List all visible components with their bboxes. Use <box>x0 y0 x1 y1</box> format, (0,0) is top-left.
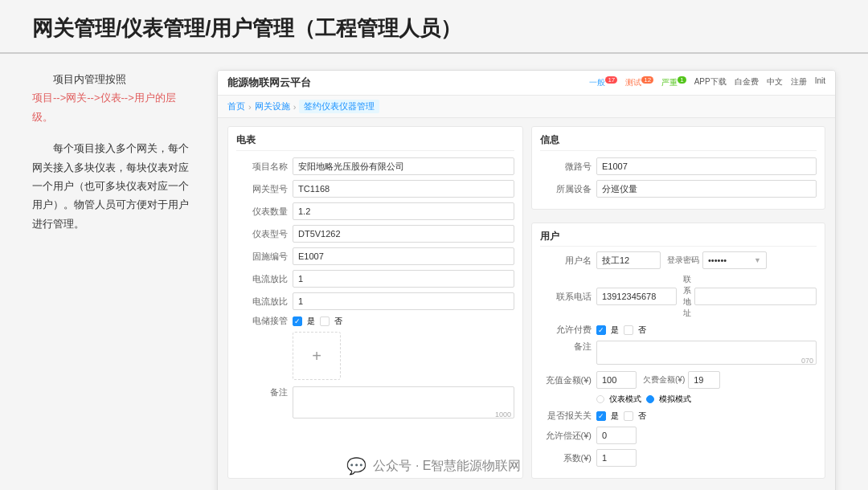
label-phone: 联系电话 <box>540 291 596 303</box>
image-upload-area: + <box>236 332 514 380</box>
checkbox-pay-no[interactable] <box>624 325 633 335</box>
label-pay-yes: 是 <box>611 325 619 336</box>
right-column: 信息 微路号 所属设备 用户 <box>531 126 825 485</box>
remark-max-chars: 070 <box>801 357 813 365</box>
label-project-name: 项目名称 <box>236 161 293 173</box>
field-recharge: 充值金额(¥) 欠费金额(¥) <box>540 371 817 389</box>
label-arrears: 欠费金额(¥) <box>643 374 685 386</box>
info-panel: 信息 微路号 所属设备 <box>531 126 825 210</box>
page-container: 网关管理/仪表管理/用户管理（工程管理人员） 项目内管理按照 项目-->网关--… <box>0 0 868 490</box>
field-fixed-no: 固施编号 <box>236 247 514 265</box>
field-is-customs: 是否报关关 ✓ 是 否 <box>540 410 817 422</box>
app-topbar: 能源物联网云平台 一般17 测试12 严重1 APP下载 白金费 中文 注册 I… <box>218 71 835 96</box>
page-watermark: 💬 公众号 · E智慧能源物联网 <box>0 456 868 476</box>
app-body: 电表 项目名称 网关型号 仪表数量 <box>218 118 835 490</box>
left-panel: 项目内管理按照 项目-->网关-->仪表-->用户的层级。 每个项目接入多个网关… <box>32 70 193 490</box>
input-project-name[interactable] <box>293 157 514 175</box>
nav-link-3[interactable]: 严重1 <box>661 76 686 88</box>
nav-link-app[interactable]: APP下载 <box>694 76 727 88</box>
field-deduct-mode: 仪表模式 模拟模式 <box>540 394 817 405</box>
label-fixed-no: 固施编号 <box>236 251 293 263</box>
input-username[interactable] <box>596 251 661 269</box>
nav-link-lang[interactable]: 中文 <box>767 76 783 88</box>
field-phone: 联系电话 联系地址 <box>540 274 817 319</box>
field-allow-repay: 允许偿还(¥) <box>540 427 817 444</box>
field-meter-model: 仪表型号 <box>236 225 514 243</box>
field-device: 所属设备 <box>540 180 817 198</box>
meter-panel: 电表 项目名称 网关型号 仪表数量 <box>227 126 523 479</box>
form-row-main: 电表 项目名称 网关型号 仪表数量 <box>227 126 825 485</box>
textarea-note[interactable] <box>293 386 514 419</box>
app-title: 能源物联网云平台 <box>227 76 311 90</box>
field-username: 用户名 登录密码 •••••• ▼ <box>540 251 817 269</box>
select-password[interactable]: •••••• ▼ <box>702 251 767 269</box>
label-address: 联系地址 <box>683 274 691 319</box>
input-recharge[interactable] <box>596 371 637 389</box>
field-current-ratio1: 电流放比 <box>236 270 514 288</box>
label-micro-path: 微路号 <box>540 161 596 173</box>
label-meter-mode: 仪表模式 <box>609 394 641 405</box>
label-storage-pipe: 电储接管 <box>236 315 293 327</box>
label-note: 备注 <box>236 386 293 398</box>
input-meter-model[interactable] <box>293 225 514 243</box>
main-content: 项目内管理按照 项目-->网关-->仪表-->用户的层级。 每个项目接入多个网关… <box>0 54 868 490</box>
field-meter-qty: 仪表数量 <box>236 202 514 220</box>
watermark-text: 公众号 · E智慧能源物联网 <box>373 458 521 475</box>
breadcrumb-sep-1: › <box>248 102 252 112</box>
input-meter-qty[interactable] <box>293 202 514 220</box>
checkbox-storage-b[interactable] <box>320 316 330 326</box>
radio-meter-mode[interactable] <box>596 395 604 403</box>
input-gateway-model[interactable] <box>293 180 514 198</box>
breadcrumb-sep-2: › <box>293 102 297 112</box>
input-arrears[interactable] <box>688 371 720 389</box>
input-fixed-no[interactable] <box>293 247 514 265</box>
input-device[interactable] <box>596 180 817 198</box>
breadcrumb-gateway[interactable]: 网关设施 <box>255 100 290 112</box>
label-current-ratio1: 电流放比 <box>236 273 293 285</box>
label-current-ratio2: 电流放比 <box>236 296 293 308</box>
nav-link-register[interactable]: 注册 <box>791 76 807 88</box>
label-gateway-model: 网关型号 <box>236 183 293 195</box>
breadcrumb-current: 签约仪表仪器管理 <box>299 100 379 113</box>
input-current-ratio2[interactable] <box>293 292 514 310</box>
input-address[interactable] <box>694 288 817 305</box>
app-screenshot: 能源物联网云平台 一般17 测试12 严重1 APP下载 白金费 中文 注册 I… <box>217 70 836 490</box>
radio-other-mode[interactable] <box>646 395 654 403</box>
input-micro-path[interactable] <box>596 157 817 175</box>
nav-link-fee[interactable]: 白金费 <box>735 76 759 88</box>
field-gateway-model: 网关型号 <box>236 180 514 198</box>
checkbox-label-a: 是 <box>307 316 315 327</box>
field-micro-path: 微路号 <box>540 157 817 175</box>
user-panel: 用户 用户名 登录密码 •••••• ▼ <box>531 223 825 479</box>
checkbox-customs-no[interactable] <box>624 411 633 421</box>
input-phone[interactable] <box>596 288 677 305</box>
upload-button[interactable]: + <box>293 332 341 380</box>
nav-link-init[interactable]: Init <box>815 76 825 88</box>
label-meter-qty: 仪表数量 <box>236 206 293 218</box>
label-remark-user: 备注 <box>540 341 596 353</box>
para1-text: 项目内管理按照 <box>53 73 126 85</box>
checkbox-pay-yes[interactable]: ✓ <box>596 325 606 335</box>
label-is-customs: 是否报关关 <box>540 410 596 422</box>
text-block-2: 每个项目接入多个网关，每个网关接入多块仪表，每块仪表对应一个用户（也可多块仪表对… <box>32 139 193 233</box>
checkbox-customs-yes[interactable]: ✓ <box>596 411 606 421</box>
meter-panel-title: 电表 <box>236 133 514 151</box>
label-username: 用户名 <box>540 255 596 267</box>
nav-link-1[interactable]: 一般17 <box>589 76 617 88</box>
nav-link-2[interactable]: 测试12 <box>625 76 653 88</box>
page-title: 网关管理/仪表管理/用户管理（工程管理人员） <box>32 14 836 43</box>
field-remark: 备注 070 <box>540 341 817 366</box>
input-current-ratio1[interactable] <box>293 270 514 288</box>
field-current-ratio2: 电流放比 <box>236 292 514 310</box>
field-note: 备注 1000 <box>236 386 514 420</box>
checkbox-storage-a[interactable]: ✓ <box>293 316 302 326</box>
app-breadcrumb: 首页 › 网关设施 › 签约仪表仪器管理 <box>218 96 835 118</box>
textarea-remark-user[interactable] <box>596 341 817 365</box>
label-allow-repay: 允许偿还(¥) <box>540 430 596 442</box>
input-allow-repay[interactable] <box>596 427 637 444</box>
label-allow-pay: 允许付费 <box>540 324 596 336</box>
label-meter-model: 仪表型号 <box>236 228 293 240</box>
breadcrumb-home[interactable]: 首页 <box>227 100 245 112</box>
checkbox-label-b: 否 <box>334 316 342 327</box>
label-customs-yes: 是 <box>611 410 619 422</box>
